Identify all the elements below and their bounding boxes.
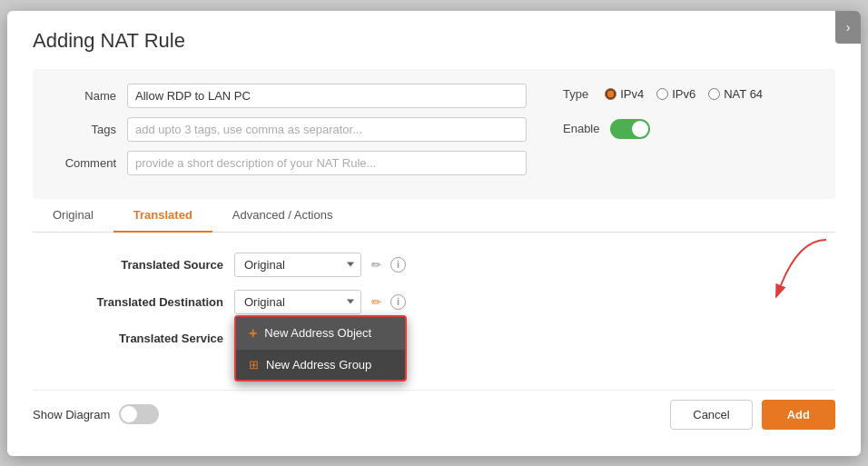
tags-row: Tags [51, 117, 527, 142]
radio-nat64[interactable]: NAT 64 [708, 87, 763, 101]
source-info-icon[interactable]: i [390, 257, 406, 273]
enable-toggle[interactable] [610, 119, 650, 139]
new-address-object-item[interactable]: + New Address Object [236, 317, 405, 350]
radio-ipv6[interactable]: IPv6 [656, 87, 695, 101]
destination-row: Translated Destination Original ✏ i [42, 290, 826, 314]
add-button[interactable]: Add [762, 400, 835, 430]
service-label: Translated Service [42, 332, 223, 345]
cancel-button[interactable]: Cancel [670, 400, 752, 430]
comment-input[interactable] [127, 151, 527, 175]
new-address-object-label: New Address Object [264, 326, 371, 340]
modal-footer: Show Diagram Cancel Add [33, 390, 835, 430]
address-dropdown: + New Address Object ⊞ New Address Group [234, 315, 407, 382]
form-right: Type IPv4 IPv6 NAT 64 Enable [563, 84, 817, 184]
form-area: Name Tags Comment Type IPv4 I [33, 69, 835, 199]
enable-label: Enable [563, 122, 599, 135]
tab-original[interactable]: Original [33, 199, 113, 233]
tab-translated[interactable]: Translated [113, 199, 212, 233]
name-label: Name [51, 89, 116, 103]
source-label: Translated Source [42, 258, 223, 272]
modal-title: Adding NAT Rule [33, 29, 835, 53]
new-address-group-label: New Address Group [266, 358, 371, 372]
tags-label: Tags [51, 123, 116, 136]
comment-label: Comment [51, 156, 116, 170]
name-row: Name [51, 84, 527, 108]
show-diagram-toggle[interactable] [119, 404, 159, 424]
source-edit-icon[interactable]: ✏ [367, 255, 385, 273]
tab-content: Translated Source Original ✏ i Translate… [33, 233, 835, 372]
destination-select-wrap: Original [234, 290, 361, 314]
destination-edit-icon[interactable]: ✏ [367, 292, 385, 311]
tags-input[interactable] [127, 117, 527, 142]
enable-row: Enable [563, 119, 817, 139]
tab-advanced[interactable]: Advanced / Actions [212, 199, 353, 233]
modal-container: › Adding NAT Rule Name Tags Comment Type [7, 11, 861, 456]
destination-select[interactable]: Original [234, 290, 361, 314]
footer-buttons: Cancel Add [670, 400, 835, 430]
show-diagram-section: Show Diagram [33, 404, 159, 424]
close-button[interactable]: › [835, 11, 861, 44]
source-select[interactable]: Original [234, 253, 361, 277]
destination-info-icon[interactable]: i [390, 294, 406, 310]
service-row: Translated Service Original [42, 327, 826, 350]
plus-icon: + [249, 325, 257, 342]
form-left: Name Tags Comment [51, 84, 527, 184]
radio-ipv4[interactable]: IPv4 [605, 87, 644, 101]
red-arrow-indicator [754, 235, 835, 299]
tabs-bar: Original Translated Advanced / Actions [33, 199, 835, 233]
group-icon: ⊞ [249, 358, 259, 372]
type-label: Type [563, 87, 588, 101]
source-select-wrap: Original [234, 253, 361, 277]
new-address-group-item[interactable]: ⊞ New Address Group [236, 350, 405, 380]
name-input[interactable] [127, 84, 527, 108]
type-radio-group: IPv4 IPv6 NAT 64 [605, 87, 763, 101]
source-row: Translated Source Original ✏ i [42, 253, 826, 277]
destination-label: Translated Destination [42, 295, 223, 309]
type-row: Type IPv4 IPv6 NAT 64 [563, 87, 817, 101]
comment-row: Comment [51, 151, 527, 175]
show-diagram-label: Show Diagram [33, 408, 110, 421]
